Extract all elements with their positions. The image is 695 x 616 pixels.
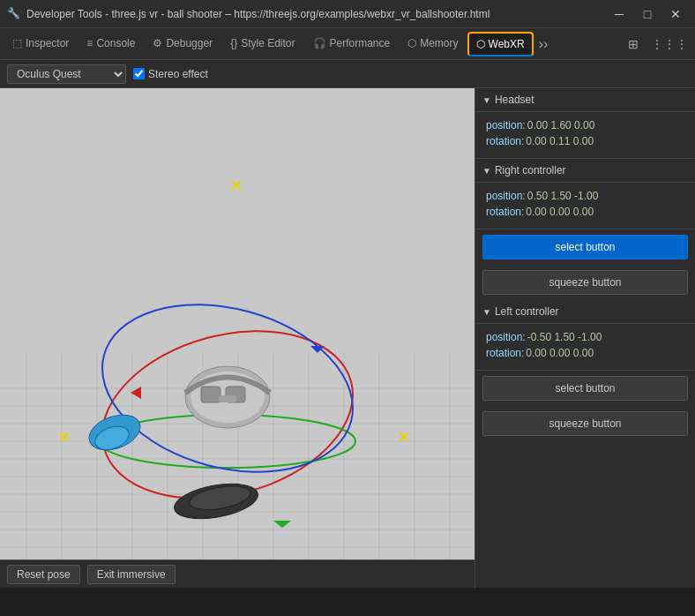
left-controller-section-header[interactable]: ▼ Left controller [475,300,695,324]
svg-line-49 [60,432,69,441]
svg-point-55 [84,279,372,499]
headset-section-header[interactable]: ▼ Headset [475,88,695,112]
svg-point-64 [85,409,146,456]
svg-line-50 [60,432,69,441]
right-panel: ▼ Headset position: 0.00 1.60 0.00 rotat… [475,88,695,588]
headset-rotation-row: rotation: 0.00 0.11 0.00 [486,135,684,147]
svg-rect-61 [201,387,220,402]
bottom-bar: Reset pose Exit immersive [0,560,475,588]
close-button[interactable]: ✕ [663,4,688,25]
app-icon: 🔧 [7,7,21,21]
tab-styleeditor[interactable]: {} Style Editor [221,28,303,60]
left-controller-section-content: position: -0.50 1.50 -1.00 rotation: 0.0… [475,324,695,371]
left-controller-squeeze-button[interactable]: squeeze button [482,411,688,436]
inspector-icon: ⬚ [12,37,22,49]
tab-inspector[interactable]: ⬚ Inspector [4,28,78,60]
svg-point-65 [92,422,132,454]
svg-marker-58 [310,346,325,353]
exit-immersive-button[interactable]: Exit immersive [87,565,176,584]
right-controller-section-content: position: 0.50 1.50 -1.00 rotation: 0.00… [475,183,695,229]
main-content: Reset pose Exit immersive ▼ Headset posi… [0,88,695,588]
left-controller-rotation-row: rotation: 0.00 0.00 0.00 [486,347,684,359]
settings-button[interactable]: ⋮⋮⋮ [647,34,691,55]
svg-point-59 [185,366,270,428]
svg-line-52 [400,432,408,441]
svg-point-53 [84,305,372,525]
left-controller-arrow-icon: ▼ [482,307,491,317]
svg-line-47 [232,181,241,190]
debugger-icon: ⚙ [153,37,162,49]
svg-point-60 [191,372,265,423]
performance-icon: 🎧 [313,37,326,49]
right-controller-arrow-icon: ▼ [482,166,491,176]
title-bar-text: Developer Tools - three.js vr - ball sho… [26,8,607,20]
memory-icon: ⬡ [407,37,416,49]
tab-memory[interactable]: ⬡ Memory [399,28,467,60]
right-controller-squeeze-button[interactable]: squeeze button [482,270,688,295]
headset-position-row: position: 0.00 1.60 0.00 [486,119,684,131]
right-controller-rotation-row: rotation: 0.00 0.00 0.00 [486,206,684,218]
headset-section-content: position: 0.00 1.60 0.00 rotation: 0.00 … [475,112,695,159]
tab-bar-extras: ⊞ ⋮⋮⋮ [624,34,691,55]
svg-marker-56 [131,387,141,399]
svg-point-54 [100,415,355,468]
tab-console[interactable]: ≡ Console [78,28,144,60]
viewport-canvas [0,88,475,588]
maximize-button[interactable]: □ [635,4,660,25]
device-select[interactable]: Oculus Quest HTC Vive Samsung Gear VR [7,64,126,84]
stereo-effect-checkbox-label[interactable]: Stereo effect [133,68,208,80]
right-controller-position-row: position: 0.50 1.50 -1.00 [486,190,684,202]
tab-debugger[interactable]: ⚙ Debugger [144,28,221,60]
title-bar: 🔧 Developer Tools - three.js vr - ball s… [0,0,695,28]
svg-rect-0 [0,88,475,588]
svg-point-67 [188,482,252,514]
tab-webxr[interactable]: ⬡ WebXR [467,32,534,56]
headset-arrow-icon: ▼ [482,95,491,105]
left-controller-select-button[interactable]: select button [482,376,688,401]
tab-performance[interactable]: 🎧 Performance [304,28,400,60]
left-controller-position-row: position: -0.50 1.50 -1.00 [486,331,684,343]
toolbar: Oculus Quest HTC Vive Samsung Gear VR St… [0,60,695,88]
right-controller-select-button[interactable]: select button [482,235,688,259]
reset-pose-button[interactable]: Reset pose [7,565,80,584]
tab-overflow-button[interactable]: ›› [534,36,554,52]
right-controller-section-header[interactable]: ▼ Right controller [475,159,695,183]
svg-line-48 [232,181,241,190]
svg-marker-57 [273,521,291,528]
svg-rect-63 [219,395,236,402]
svg-rect-62 [226,387,245,402]
tab-bar: ⬚ Inspector ≡ Console ⚙ Debugger {} Styl… [0,28,695,60]
minimize-button[interactable]: ─ [607,4,631,25]
stereo-effect-checkbox[interactable] [133,68,145,79]
styleeditor-icon: {} [230,37,237,49]
svg-line-51 [400,432,408,441]
console-icon: ≡ [86,37,93,49]
viewport: Reset pose Exit immersive [0,88,475,588]
svg-point-66 [172,478,261,524]
window-controls: ─ □ ✕ [607,4,688,25]
dock-button[interactable]: ⊞ [624,34,642,55]
webxr-icon: ⬡ [476,38,485,50]
